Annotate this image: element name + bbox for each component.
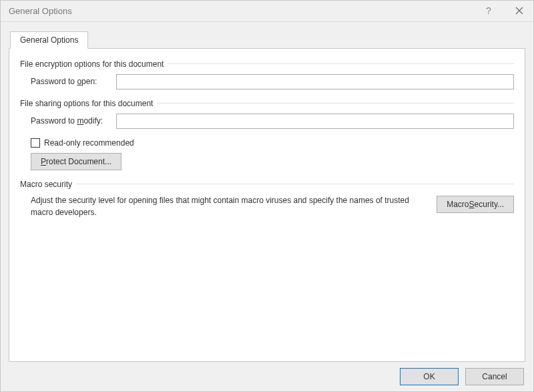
section-file-encryption: File encryption options for this documen… [20, 59, 514, 69]
ok-button[interactable]: OK [400, 368, 459, 385]
tab-general-options[interactable]: General Options [10, 31, 88, 49]
divider [168, 63, 514, 64]
divider [76, 184, 514, 184]
readonly-recommended-label: Read-only recommended [44, 138, 134, 148]
section-macro-security-label: Macro security [20, 180, 72, 189]
general-options-dialog: General Options ? General Options File e… [0, 0, 534, 392]
macro-security-button[interactable]: Macro Security... [437, 196, 514, 213]
password-modify-input[interactable] [116, 114, 514, 129]
readonly-recommended-checkbox[interactable] [31, 138, 40, 148]
section-macro-security: Macro security [20, 180, 514, 189]
tab-panel: File encryption options for this documen… [9, 48, 525, 362]
password-modify-label: Password to modify: [31, 116, 116, 126]
titlebar: General Options ? [1, 1, 533, 22]
titlebar-controls: ? [480, 5, 528, 16]
protect-document-button[interactable]: Protect Document... [31, 153, 121, 170]
macro-security-row: Adjust the security level for opening fi… [31, 194, 514, 218]
close-icon[interactable] [511, 7, 528, 15]
divider [157, 103, 514, 104]
tabstrip: General Options [9, 31, 525, 49]
password-open-input[interactable] [116, 74, 514, 89]
section-file-sharing-label: File sharing options for this document [20, 99, 153, 108]
password-open-row: Password to open: [31, 74, 514, 89]
section-file-sharing: File sharing options for this document [20, 99, 514, 108]
cancel-button[interactable]: Cancel [465, 368, 524, 385]
help-icon[interactable]: ? [480, 5, 497, 16]
password-open-label: Password to open: [31, 77, 116, 86]
password-modify-row: Password to modify: [31, 114, 514, 129]
window-title: General Options [9, 6, 480, 16]
dialog-body: General Options File encryption options … [1, 22, 533, 362]
section-file-encryption-label: File encryption options for this documen… [20, 59, 164, 69]
protect-document-row: Protect Document... [31, 153, 514, 170]
readonly-recommended-row: Read-only recommended [31, 138, 514, 148]
macro-security-text: Adjust the security level for opening fi… [31, 194, 425, 218]
dialog-footer: OK Cancel [1, 362, 533, 391]
